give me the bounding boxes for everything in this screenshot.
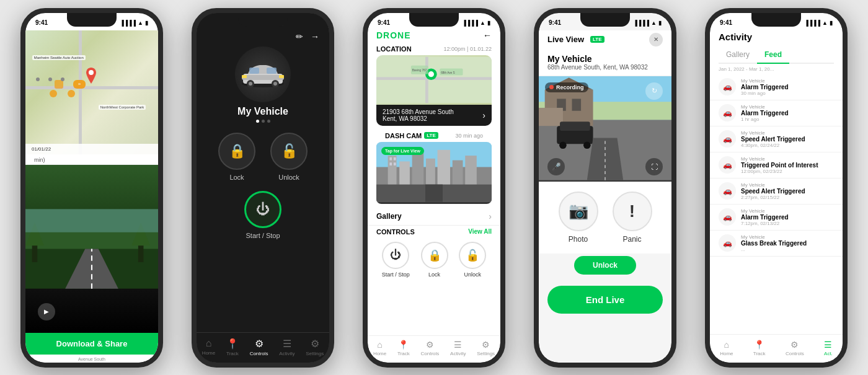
map-date-overlay: 01/01/22 (25, 144, 158, 154)
map-label-2: NorthWest Corporate Park (99, 105, 146, 110)
home-icon: ⌂ (206, 338, 212, 349)
activity-title: Activity (719, 32, 752, 42)
microphone-button[interactable]: 🎤 (547, 158, 565, 175)
svg-rect-41 (389, 157, 392, 160)
location-arrow-icon[interactable]: › (482, 110, 485, 120)
unlock-button[interactable]: 🔓 Unlock (270, 133, 308, 181)
unlock-label: Unlock (278, 174, 299, 181)
wifi-icon4: ▲ (651, 20, 657, 26)
nav-home-label: Home (202, 350, 215, 356)
download-share-button[interactable]: Download & Share (25, 333, 158, 355)
battery-icon: ▮ (145, 20, 148, 26)
activity-item-0[interactable]: 🚗 My Vehicle Alarm Triggered 30 min ago (710, 74, 843, 100)
date-range: Jan 1, 2022 - Mar 1, 20... (710, 64, 843, 74)
location-card[interactable]: Boeing 767 68th Ave S 21903 68th Avenue … (376, 55, 492, 126)
phone3-nav-track-label: Track (397, 351, 410, 356)
dashcam-section: DASH CAM LTE 30 min ago (376, 130, 492, 204)
dashcam-thumbnail[interactable]: Tap for Live View (376, 142, 492, 204)
nav-settings[interactable]: ⚙ Settings (306, 338, 324, 356)
location-address: 21903 68th Avenue South Kent, WA 98032 › (376, 105, 492, 126)
phone1-speed-info: min) (25, 154, 158, 165)
photo-panic-row: 📷 Photo ! Panic (539, 182, 671, 254)
nav-settings-label: Settings (306, 351, 324, 356)
phone1: 9:41 ▐▐▐▐ ▲ ▮ Manheim Seattle Auto Aucti… (20, 8, 163, 368)
svg-point-55 (559, 141, 567, 149)
gallery-arrow-icon[interactable]: › (489, 211, 492, 221)
live-vehicle-name: My Vehicle (547, 54, 663, 64)
close-button[interactable]: ✕ (649, 33, 663, 46)
activity-item-3[interactable]: 🚗 My Vehicle Triggered Point of Interest… (710, 152, 843, 179)
svg-point-25 (428, 71, 434, 77)
gallery-row[interactable]: Gallery › (368, 208, 500, 226)
phone3-nav-activity-label: Activity (450, 351, 466, 356)
battery-icon5: ▮ (830, 20, 833, 26)
ctrl-start-stop[interactable]: ⏻ Start / Stop (382, 242, 410, 278)
phone3-nav-settings[interactable]: ⚙ Settings (477, 340, 495, 356)
phone3-time: 9:41 (378, 19, 390, 26)
live-video-feed: Recording ↻ 🎤 ⛶ (539, 76, 671, 182)
phone5-nav-track[interactable]: 📍 Track (753, 340, 766, 356)
activity-item-4[interactable]: 🚗 My Vehicle Speed Alert Triggered 2:27p… (710, 179, 843, 205)
dashcam-title-row: DASH CAM LTE (385, 132, 438, 139)
dot-2 (262, 120, 265, 123)
phone2-vehicle-name: My Vehicle (237, 106, 288, 117)
wifi-icon5: ▲ (822, 20, 828, 26)
phone4-content: 9:41 ▐▐▐▐ ▲ ▮ Live View LTE ✕ (539, 13, 671, 363)
phone5-nav-home[interactable]: ⌂ Home (720, 340, 733, 356)
svg-rect-42 (394, 157, 396, 160)
phone3: 9:41 ▐▐▐▐ ▲ ▮ DRONE ← LOCATION 12:00pm | (363, 8, 505, 368)
tab-feed[interactable]: Feed (757, 46, 789, 63)
dashcam-time: 30 min ago (455, 133, 483, 139)
activity-event-1: Alarm Triggered (741, 110, 834, 117)
svg-rect-54 (560, 121, 590, 131)
refresh-button[interactable]: ↻ (645, 82, 663, 100)
ctrl-lock[interactable]: 🔒 Lock (421, 242, 448, 278)
settings-icon: ⚙ (311, 338, 319, 350)
ctrl-unlock[interactable]: 🔓 Unlock (459, 242, 486, 278)
edit-icon[interactable]: ✏ (296, 32, 303, 42)
nav-controls[interactable]: ⚙ Controls (250, 338, 268, 356)
svg-rect-44 (394, 162, 396, 165)
phone5-nav-activity[interactable]: ☰ Act. (824, 340, 833, 356)
panic-button[interactable]: ! Panic (613, 192, 652, 244)
end-live-button[interactable]: End Live (547, 286, 663, 314)
photo-button[interactable]: 📷 Photo (559, 192, 598, 244)
signal-icon: ▐▐▐▐ (120, 20, 136, 26)
svg-rect-36 (438, 149, 450, 190)
activity-time-3: 12:00pm, 02/23/22 (741, 169, 834, 174)
activity-item-2[interactable]: 🚗 My Vehicle Speed Alert Triggered 4:30p… (710, 126, 843, 152)
expand-button[interactable]: ⛶ (645, 158, 663, 175)
phone3-nav-home[interactable]: ⌂ Home (373, 340, 386, 356)
activity-item-6[interactable]: 🚗 My Vehicle Glass Break Triggered ... (710, 231, 843, 257)
phone5-nav-bar: ⌂ Home 📍 Track ⚙ Controls ☰ (710, 334, 843, 363)
phone3-nav-track[interactable]: 📍 Track (397, 340, 410, 356)
activity-vehicle-2: My Vehicle (741, 130, 834, 136)
nav-activity[interactable]: ☰ Activity (279, 338, 294, 356)
start-stop-button[interactable]: ⏻ Start / Stop (244, 191, 281, 239)
arrow-icon[interactable]: → (311, 32, 319, 42)
nav-home[interactable]: ⌂ Home (202, 338, 215, 356)
phone3-nav-controls[interactable]: ⚙ Controls (421, 340, 440, 356)
lock-button[interactable]: 🔒 Lock (218, 133, 255, 181)
ctrl-lock-label: Lock (428, 271, 440, 278)
view-all-link[interactable]: View All (468, 228, 492, 235)
track-icon: 📍 (226, 338, 239, 350)
activity-item-5[interactable]: 🚗 My Vehicle Alarm Triggered 7:12pm, 02/… (710, 205, 843, 231)
dot-1 (256, 120, 259, 123)
arrow-back-icon[interactable]: ← (483, 30, 492, 40)
phone3-nav-activity[interactable]: ☰ Activity (450, 340, 466, 356)
unlock-overlay-badge[interactable]: Unlock (574, 256, 636, 275)
nav-track[interactable]: 📍 Track (226, 338, 239, 356)
phone5-header: Activity (710, 30, 843, 46)
phone5-nav-controls[interactable]: ⚙ Controls (786, 340, 804, 356)
tap-live-badge[interactable]: Tap for Live View (381, 147, 424, 155)
activity-event-4: Speed Alert Triggered (741, 188, 834, 195)
phone4-wrapper: 9:41 ▐▐▐▐ ▲ ▮ Live View LTE ✕ (520, 0, 691, 375)
activity-item-1[interactable]: 🚗 My Vehicle Alarm Triggered 1 hr ago (710, 100, 843, 126)
play-button-overlay[interactable]: ▶ (38, 303, 55, 320)
svg-rect-23 (425, 56, 428, 102)
tab-gallery[interactable]: Gallery (719, 46, 757, 63)
map-marker-orange2 (68, 90, 75, 97)
feed-tab-label: Feed (764, 50, 782, 59)
address-text: 21903 68th Avenue South Kent, WA 98032 (383, 108, 454, 122)
